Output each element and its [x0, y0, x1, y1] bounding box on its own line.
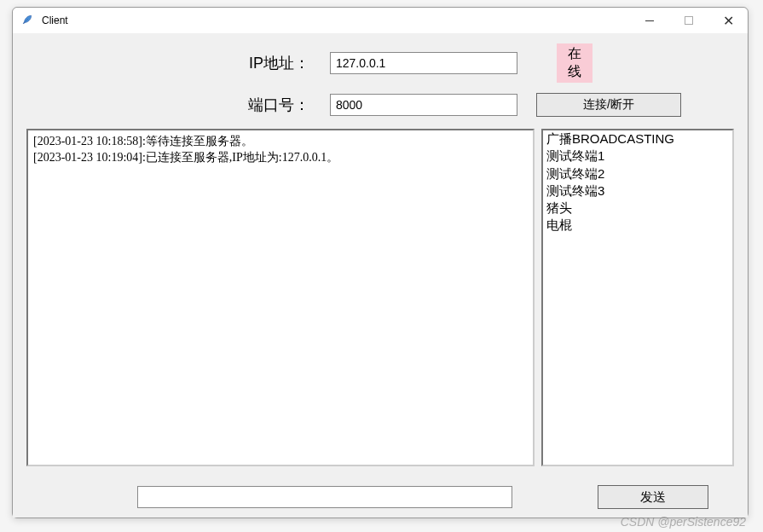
middle-panel: [2023-01-23 10:18:58]:等待连接至服务器。 [2023-01… [26, 129, 734, 466]
list-item[interactable]: 测试终端2 [543, 165, 732, 182]
log-area[interactable]: [2023-01-23 10:18:58]:等待连接至服务器。 [2023-01… [26, 129, 535, 466]
maximize-button[interactable] [669, 8, 708, 33]
list-item[interactable]: 测试终端3 [543, 182, 732, 200]
ip-input[interactable] [330, 52, 517, 74]
close-icon: ✕ [723, 13, 734, 29]
client-window: Client ✕ IP地址： 在线 端口号： 连接/断开 [2023-01-23… [12, 7, 749, 518]
send-bar: 发送 [26, 485, 734, 509]
maximize-icon [685, 16, 693, 25]
app-feather-icon [21, 14, 35, 27]
message-input[interactable] [137, 486, 512, 508]
minimize-icon [645, 20, 654, 21]
list-item[interactable]: 测试终端1 [543, 147, 732, 165]
titlebar: Client ✕ [13, 8, 748, 33]
list-item[interactable]: 猪头 [543, 200, 732, 217]
connect-button[interactable]: 连接/断开 [536, 93, 681, 117]
window-title: Client [42, 14, 630, 26]
port-input[interactable] [330, 94, 517, 116]
ip-label: IP地址： [43, 53, 316, 73]
window-body: IP地址： 在线 端口号： 连接/断开 [2023-01-23 10:18:58… [13, 33, 748, 518]
list-item[interactable]: 电棍 [543, 217, 732, 234]
send-button[interactable]: 发送 [598, 485, 708, 509]
log-line: [2023-01-23 10:18:58]:等待连接至服务器。 [33, 134, 528, 150]
status-badge: 在线 [557, 43, 592, 83]
user-list[interactable]: 广播BROADCASTING 测试终端1 测试终端2 测试终端3 猪头 电棍 [541, 129, 734, 466]
close-button[interactable]: ✕ [708, 8, 748, 33]
window-controls: ✕ [630, 8, 748, 33]
list-item[interactable]: 广播BROADCASTING [543, 130, 732, 147]
minimize-button[interactable] [630, 8, 669, 33]
log-line: [2023-01-23 10:19:04]:已连接至服务器,IP地址为:127.… [33, 150, 528, 166]
port-label: 端口号： [43, 95, 316, 115]
connection-form: IP地址： 在线 端口号： 连接/断开 [43, 43, 734, 117]
status-cell: 在线 [531, 43, 685, 83]
